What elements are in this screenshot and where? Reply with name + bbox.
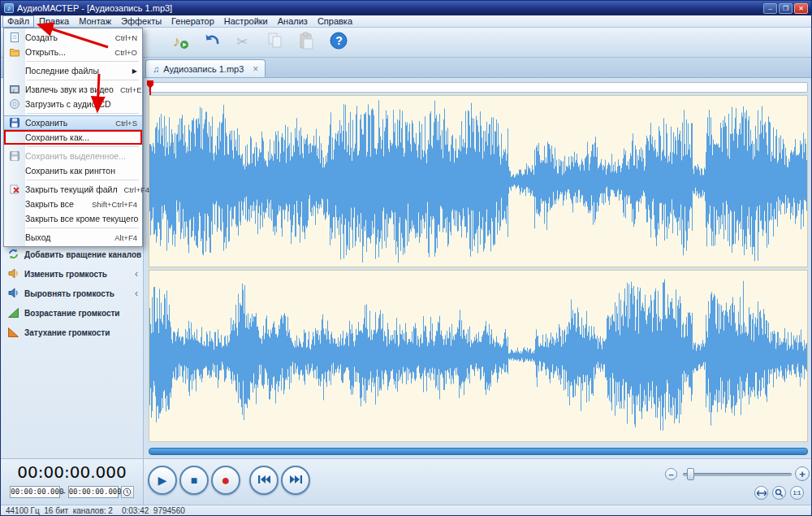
- menu-shortcut: Ctrl+S: [109, 119, 137, 128]
- menu-item-label: Извлечь звук из видео: [25, 85, 114, 94]
- menu-item-label: Создать: [25, 33, 58, 42]
- sidebar-actions: Добавить вращение каналов‹Изменить громк…: [4, 245, 141, 342]
- sidebar-item-volume-fade-in[interactable]: Возрастание громкости: [4, 303, 141, 323]
- waveform-channel-left[interactable]: [149, 95, 808, 267]
- sidebar-item-label: Затухание громкости: [24, 328, 110, 337]
- file-menu-item-extract-audio-from-video[interactable]: ♪Извлечь звук из видеоCtrl+E: [4, 82, 142, 97]
- svg-text:♪: ♪: [173, 33, 180, 50]
- record-note-button[interactable]: ♪: [167, 30, 193, 54]
- menu-generator[interactable]: Генератор: [166, 15, 219, 28]
- zoom-in-button[interactable]: +: [795, 466, 810, 481]
- minimize-button[interactable]: –: [763, 3, 777, 14]
- menu-shortcut: Ctrl+E: [114, 85, 142, 94]
- file-menu-item-close-current-file[interactable]: Закрыть текущий файлCtrl+F4: [4, 182, 142, 197]
- help-button[interactable]: ?: [326, 30, 352, 54]
- zoom-slider-handle[interactable]: [687, 468, 694, 480]
- zoom-out-button[interactable]: –: [665, 468, 677, 480]
- time-panel: 00:00:00.000 00:00:00.000 - 00:00:00.000: [1, 459, 144, 505]
- chevron-left-icon: ‹: [135, 288, 138, 299]
- menu-separator: [27, 180, 139, 180]
- skip-back-button[interactable]: [249, 466, 279, 495]
- record-button[interactable]: ●: [211, 466, 240, 495]
- equalize-volume-icon: [7, 287, 19, 301]
- transport-controls: ▶■●: [148, 466, 310, 495]
- waveform-channel-right[interactable]: [149, 270, 808, 442]
- selection-range-separator: -: [63, 488, 65, 496]
- menu-help[interactable]: Справка: [313, 15, 357, 28]
- stop-button[interactable]: ■: [179, 466, 209, 495]
- skip-forward-button[interactable]: [281, 466, 310, 495]
- selection-start-field[interactable]: 00:00:00.000: [10, 486, 60, 498]
- sidebar-item-equalize-volume[interactable]: Выровнять громкость‹: [4, 284, 141, 303]
- sidebar-item-label: Возрастание громкости: [24, 309, 120, 318]
- sidebar-item-add-channel-rotation[interactable]: Добавить вращение каналов‹: [4, 245, 141, 264]
- skip-forward-icon: [289, 475, 303, 486]
- file-menu-item-exit[interactable]: ВыходAlt+F4: [4, 230, 142, 245]
- window-title: АудиоМАСТЕР - [Аудиозапись 1.mp3]: [17, 3, 172, 13]
- fade-out-icon: [7, 326, 19, 340]
- menu-shortcut: Alt+F4: [108, 233, 137, 242]
- sidebar-item-volume-fade-out[interactable]: Затухание громкости: [4, 323, 141, 342]
- fade-in-icon: [7, 306, 19, 320]
- menu-item-label: Выход: [25, 232, 50, 242]
- close-button[interactable]: ✕: [794, 3, 808, 14]
- menu-shortcut: Ctrl+N: [109, 33, 137, 42]
- stop-icon: ■: [191, 475, 197, 486]
- file-menu-item-open[interactable]: Открыть...Ctrl+O: [4, 45, 142, 59]
- menu-analysis[interactable]: Анализ: [273, 15, 313, 28]
- zoom-selection-button[interactable]: [772, 486, 786, 500]
- zoom-slider-track[interactable]: [683, 473, 792, 476]
- menu-shortcut: Ctrl+O: [108, 48, 137, 57]
- file-menu-item-close-all[interactable]: Закрыть всеShift+Ctrl+F4: [4, 197, 142, 211]
- app-icon: ♪: [4, 3, 14, 13]
- undo-icon: [202, 31, 222, 54]
- svg-text:?: ?: [335, 34, 343, 47]
- menu-effects[interactable]: Эффекты: [116, 15, 166, 28]
- tab-label: Аудиозапись 1.mp3: [163, 64, 244, 74]
- menu-edit[interactable]: Правка: [34, 15, 74, 28]
- sidebar-item-label: Изменить громкость: [24, 270, 107, 279]
- menu-item-label: Последние файлы: [25, 66, 99, 76]
- volume-icon: [7, 267, 19, 281]
- menu-item-label: Закрыть текущий файл: [25, 184, 118, 194]
- file-menu-item-save-as-ringtone[interactable]: Сохранить как рингтон: [4, 163, 142, 178]
- timeline-ruler[interactable]: [149, 82, 808, 93]
- file-menu-item-save-as[interactable]: Сохранить как...: [4, 130, 142, 145]
- svg-text:♪: ♪: [12, 87, 15, 93]
- maximize-button[interactable]: ❐: [779, 3, 793, 14]
- menu-separator: [27, 80, 139, 80]
- file-menu-item-close-all-except-current[interactable]: Закрыть все кроме текущего: [4, 211, 142, 226]
- tab-close-icon[interactable]: ×: [253, 63, 258, 75]
- chevron-left-icon: ‹: [135, 268, 138, 280]
- menu-item-label: Загрузить с аудио CD: [25, 99, 111, 109]
- save-selection-icon: [4, 150, 25, 162]
- menu-montage[interactable]: Монтаж: [74, 15, 116, 28]
- clock-button[interactable]: [121, 486, 134, 498]
- open-folder-icon: [4, 46, 25, 58]
- cut-icon: ✂: [234, 31, 253, 54]
- file-menu-item-save[interactable]: СохранитьCtrl+S: [4, 115, 142, 130]
- submenu-arrow-icon: ▶: [132, 67, 137, 75]
- playhead-marker[interactable]: [147, 80, 153, 95]
- file-menu-item-load-from-audio-cd[interactable]: Загрузить с аудио CD: [4, 97, 142, 111]
- file-menu-item-recent-files[interactable]: Последние файлы▶: [4, 63, 142, 78]
- title-bar: ♪ АудиоМАСТЕР - [Аудиозапись 1.mp3] – ❐ …: [1, 1, 811, 15]
- menu-settings[interactable]: Настройки: [219, 15, 273, 28]
- fit-horizontal-button[interactable]: [754, 486, 768, 500]
- audio-note-icon: ♫: [153, 64, 159, 74]
- menu-file[interactable]: Файл: [2, 15, 34, 28]
- tab-audio-file[interactable]: ♫ Аудиозапись 1.mp3 ×: [145, 59, 266, 77]
- record-note-icon: ♪: [171, 31, 190, 54]
- sidebar-item-change-volume[interactable]: Изменить громкость‹: [4, 264, 141, 284]
- horizontal-scrollbar[interactable]: [149, 448, 808, 455]
- selection-end-field[interactable]: 00:00:00.000: [68, 486, 119, 498]
- save-icon: [4, 117, 25, 128]
- play-button[interactable]: ▶: [148, 466, 177, 495]
- menu-separator: [27, 228, 139, 228]
- copy-button: [262, 30, 288, 54]
- app-window: ♪ АудиоМАСТЕР - [Аудиозапись 1.mp3] – ❐ …: [0, 0, 812, 516]
- zoom-one-to-one-button[interactable]: 1:1: [790, 486, 804, 500]
- bottom-panel: 00:00:00.000 00:00:00.000 - 00:00:00.000…: [1, 458, 811, 505]
- file-menu-item-new[interactable]: СоздатьCtrl+N: [4, 30, 142, 45]
- undo-button[interactable]: [199, 30, 225, 54]
